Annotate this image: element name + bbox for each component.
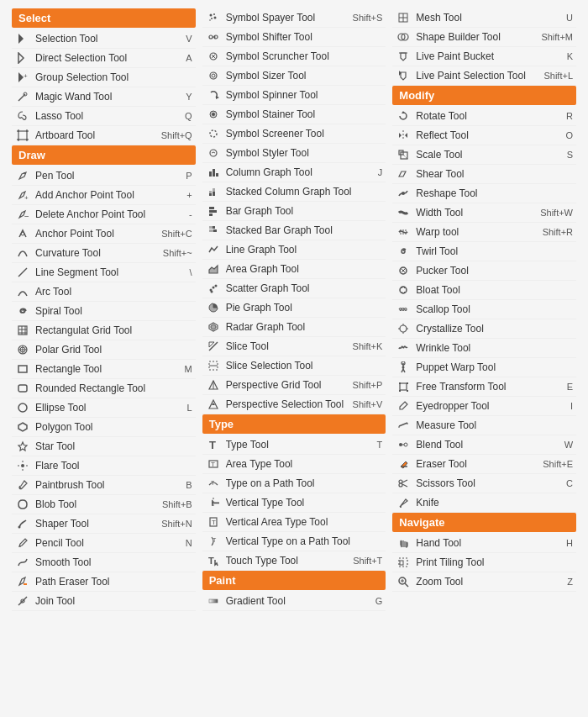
tool-item-vertical-type-on-a-path-tool[interactable]: TVertical Type on a Path Tool <box>202 532 386 551</box>
tool-item-scallop-tool[interactable]: Scallop Tool <box>392 300 576 319</box>
tool-item-line-segment-tool[interactable]: Line Segment Tool\ <box>12 263 196 282</box>
tool-item-join-tool[interactable]: Join Tool <box>12 592 196 611</box>
tool-item-gradient-tool[interactable]: Gradient ToolG <box>202 592 386 611</box>
tool-item-touch-type-tool[interactable]: TTouch Type ToolShift+T <box>202 551 386 571</box>
tool-item-warp-tool[interactable]: Warp toolShift+R <box>392 223 576 242</box>
tool-item-symbol-spayer-tool[interactable]: Symbol Spayer ToolShift+S <box>202 8 386 28</box>
tool-item-knife[interactable]: Knife <box>392 493 576 513</box>
tool-item-blob-tool[interactable]: Blob ToolShift+B <box>12 495 196 514</box>
tool-item-rectangulat-grid-tool[interactable]: Rectangulat Grid Tool <box>12 321 196 340</box>
tool-name-column-graph-tool: Column Graph Tool <box>226 166 375 178</box>
tool-item-path-eraser-tool[interactable]: Path Eraser Tool <box>12 572 196 592</box>
tool-item-twirl-tool[interactable]: Twirl Tool <box>392 242 576 261</box>
tool-item-measure-tool[interactable]: Measure Tool <box>392 416 576 435</box>
tool-name-group-selection-tool: Group Selection Tool <box>35 71 192 83</box>
tool-item-scissors-tool[interactable]: Scissors ToolC <box>392 474 576 493</box>
tool-item-group-selection-tool[interactable]: +Group Selection Tool <box>12 68 196 87</box>
tool-item-slice-selection-tool[interactable]: Slice Selection Tool <box>202 356 386 376</box>
free-transform-icon <box>396 379 411 394</box>
tool-item-delete-anchor-point-tool[interactable]: −Delete Anchor Point Tool- <box>12 205 196 224</box>
tool-item-polygon-tool[interactable]: Polygon Tool <box>12 418 196 437</box>
tool-item-star-tool[interactable]: Star Tool <box>12 437 196 456</box>
tool-item-reflect-tool[interactable]: Reflect ToolO <box>392 126 576 145</box>
tool-item-symbol-scruncher-tool[interactable]: Symbol Scruncher Tool <box>202 47 386 66</box>
tool-item-free-transform-tool[interactable]: Free Transform ToolE <box>392 377 576 397</box>
tool-name-curvature-tool: Curvature Tool <box>35 247 160 259</box>
tool-item-pucker-tool[interactable]: Pucker Tool <box>392 261 576 281</box>
tool-item-line-graph-tool[interactable]: Line Graph Tool <box>202 240 386 260</box>
tool-item-crystallize-tool[interactable]: Crystallize Tool <box>392 319 576 339</box>
tool-item-eraser-tool[interactable]: Eraser ToolShift+E <box>392 455 576 474</box>
tool-item-artboard-tool[interactable]: Artboard ToolShift+Q <box>12 126 196 145</box>
tool-item-flare-tool[interactable]: Flare Tool <box>12 456 196 476</box>
svg-marker-33 <box>18 442 27 451</box>
tool-item-blend-tool[interactable]: Blend ToolW <box>392 435 576 455</box>
tool-item-symbol-spinner-tool[interactable]: Symbol Spinner Tool <box>202 86 386 105</box>
tool-item-bloat-tool[interactable]: Bloat Tool <box>392 281 576 300</box>
tool-item-magic-wand-tool[interactable]: Magic Wand ToolY <box>12 87 196 107</box>
tool-item-rectangle-tool[interactable]: Rectangle ToolM <box>12 360 196 379</box>
tool-item-polar-grid-tool[interactable]: Polar Grid Tool <box>12 340 196 360</box>
tool-item-vertical-area-type-tool[interactable]: TVertical Area Type Tool <box>202 513 386 532</box>
tool-item-column-graph-tool[interactable]: Column Graph ToolJ <box>202 163 386 182</box>
tool-item-slice-tool[interactable]: Slice ToolShift+K <box>202 337 386 356</box>
tool-item-pie-graph-tool[interactable]: Pie Graph Tool <box>202 298 386 318</box>
tool-item-curvature-tool[interactable]: Curvature ToolShift+~ <box>12 244 196 263</box>
tool-item-spiral-tool[interactable]: Spiral Tool <box>12 302 196 321</box>
tool-item-live-paint-selection-tool[interactable]: Live Paint Selection ToolShift+L <box>392 66 576 86</box>
tool-item-mesh-tool[interactable]: Mesh ToolU <box>392 8 576 28</box>
tool-item-smooth-tool[interactable]: Smooth Tool <box>12 553 196 572</box>
tool-item-eyedropper-tool[interactable]: Eyedropper ToolI <box>392 397 576 416</box>
svg-line-144 <box>402 480 407 482</box>
tool-item-perspective-selection-tool[interactable]: Perspective Selection ToolShift+V <box>202 395 386 414</box>
tool-item-live-paint-bucket[interactable]: Live Paint BucketK <box>392 47 576 66</box>
tool-item-symbol-stainer-tool[interactable]: Symbol Stainer Tool <box>202 105 386 124</box>
tool-item-pencil-tool[interactable]: Pencil ToolN <box>12 534 196 553</box>
tool-item-direct-selection-tool[interactable]: Direct Selection ToolA <box>12 49 196 68</box>
tool-item-perspective-grid-tool[interactable]: Perspective Grid ToolShift+P <box>202 376 386 395</box>
tool-shortcut-ellipse-tool: L <box>187 403 192 413</box>
tool-item-symbol-styler-tool[interactable]: Symbol Styler Tool <box>202 144 386 163</box>
tool-item-pen-tool[interactable]: Pen ToolP <box>12 166 196 186</box>
tool-item-print-tiling-tool[interactable]: Print Tiling Tool <box>392 553 576 572</box>
tool-name-eraser-tool: Eraser Tool <box>416 458 539 470</box>
tool-item-zoom-tool[interactable]: Zoom ToolZ <box>392 572 576 592</box>
tool-item-bar-graph-tool[interactable]: Bar Graph Tool <box>202 202 386 221</box>
tool-item-shear-tool[interactable]: Shear Tool <box>392 165 576 184</box>
tool-item-paintbrush-tool[interactable]: Paintbrush ToolB <box>12 476 196 495</box>
tool-item-type-on-a-path-tool[interactable]: TType on a Path Tool <box>202 474 386 493</box>
tool-item-width-tool[interactable]: Width ToolShift+W <box>392 203 576 223</box>
tool-item-anchor-point-tool[interactable]: Anchor Point ToolShift+C <box>12 224 196 244</box>
tool-item-ellipse-tool[interactable]: Ellipse ToolL <box>12 398 196 418</box>
tool-item-rotate-tool[interactable]: Rotate ToolR <box>392 107 576 126</box>
tool-item-symbol-screener-tool[interactable]: Symbol Screener Tool <box>202 124 386 144</box>
tool-item-reshape-tool[interactable]: Reshape Tool <box>392 184 576 203</box>
tool-item-hand-tool[interactable]: Hand ToolH <box>392 534 576 553</box>
tool-item-radar-graph-tool[interactable]: Radar Graph Tool <box>202 318 386 337</box>
tool-item-scatter-graph-tool[interactable]: Scatter Graph Tool <box>202 279 386 298</box>
tool-item-stacked-column-graph-tool[interactable]: Stacked Column Graph Tool <box>202 182 386 202</box>
tool-item-arc-tool[interactable]: Arc Tool <box>12 282 196 302</box>
tool-item-wrinkle-tool[interactable]: Wrinkle Tool <box>392 339 576 358</box>
tool-item-selection-tool[interactable]: Selection ToolV <box>12 29 196 49</box>
tool-item-add-anchor-point-tool[interactable]: +Add Anchor Point Tool+ <box>12 186 196 205</box>
tool-item-scale-tool[interactable]: Scale ToolS <box>392 145 576 165</box>
svg-rect-131 <box>407 382 408 384</box>
tool-item-puppet-warp-tool[interactable]: Puppet Warp Tool <box>392 358 576 377</box>
tool-item-stacked-bar-graph-tool[interactable]: Stacked Bar Graph Tool <box>202 221 386 240</box>
tool-item-area-graph-tool[interactable]: Area Graph Tool <box>202 260 386 279</box>
tool-item-shape-builder-tool[interactable]: Shape Builder ToolShift+M <box>392 28 576 47</box>
tool-item-vertical-type-tool[interactable]: TVertical Type Tool <box>202 493 386 513</box>
tool-item-symbol-shifter-tool[interactable]: Symbol Shifter Tool <box>202 28 386 47</box>
tool-item-area-type-tool[interactable]: TArea Type Tool <box>202 455 386 474</box>
paint-sel-icon <box>396 68 411 83</box>
svg-text:T: T <box>213 537 217 543</box>
svg-rect-68 <box>213 188 215 192</box>
tool-name-paintbrush-tool: Paintbrush Tool <box>35 479 182 491</box>
tool-item-lasso-tool[interactable]: Lasso ToolQ <box>12 107 196 126</box>
tool-item-type-tool[interactable]: TType ToolT <box>202 435 386 455</box>
tool-item-shaper-tool[interactable]: Shaper ToolShift+N <box>12 514 196 534</box>
tool-item-symbol-sizer-tool[interactable]: Symbol Sizer Tool <box>202 66 386 86</box>
tool-name-gradient-tool: Gradient Tool <box>226 595 372 607</box>
tool-item-rounded-rectangle-tool[interactable]: Rounded Rectangle Tool <box>12 379 196 398</box>
